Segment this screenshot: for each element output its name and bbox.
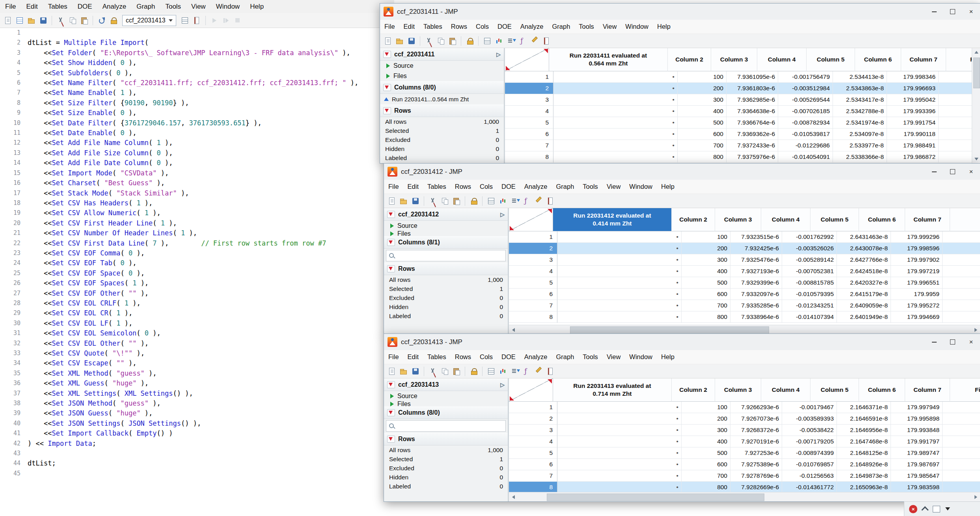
close-button[interactable]: ×	[962, 164, 980, 180]
data-cell[interactable]: •	[557, 482, 682, 493]
data-cell[interactable]: 179.9959	[891, 289, 943, 300]
data-cell[interactable]: 2.6415179e-8	[837, 289, 891, 300]
data-cell[interactable]: •	[943, 482, 980, 493]
menu-rows[interactable]: Rows	[451, 350, 475, 364]
data-cell[interactable]: •	[553, 140, 678, 151]
data-cell[interactable]: •	[557, 470, 682, 482]
menu-file[interactable]: File	[384, 180, 403, 194]
data-cell[interactable]: •	[553, 117, 678, 129]
red-triangle-icon[interactable]	[387, 436, 395, 443]
menu-tables[interactable]: Tables	[423, 180, 451, 194]
data-cell[interactable]: 600	[682, 459, 730, 470]
row-number-cell[interactable]: 1	[509, 402, 557, 413]
data-cell[interactable]: •	[557, 436, 682, 447]
data-cell[interactable]: 7.9362985e-6	[727, 94, 778, 106]
row-number-cell[interactable]: 6	[505, 129, 553, 140]
data-cell[interactable]: 2.1647468e-8	[837, 436, 891, 447]
data-cell[interactable]: 179.990118	[887, 129, 939, 140]
row-number-cell[interactable]: 2	[509, 243, 557, 254]
run-icon[interactable]	[210, 16, 218, 25]
data-cell[interactable]: 179.998346	[887, 71, 939, 83]
column-header[interactable]: Column 4	[761, 378, 810, 402]
grid-icon[interactable]	[483, 37, 492, 45]
menu-help[interactable]: Help	[657, 180, 679, 194]
paste-icon[interactable]	[448, 37, 457, 45]
menu-analyze[interactable]: Analyze	[520, 350, 552, 364]
data-cell[interactable]: 7.9366764e-6	[727, 117, 778, 129]
data-cell[interactable]: 7.9369362e-6	[727, 129, 778, 140]
save-button[interactable]	[410, 366, 421, 376]
lock-button[interactable]	[468, 366, 479, 376]
data-cell[interactable]: 7.9332097e-6	[730, 289, 782, 300]
grid-icon[interactable]	[181, 16, 189, 25]
menu-graph[interactable]: Graph	[551, 180, 578, 194]
red-triangle-icon[interactable]	[387, 409, 395, 416]
column-header-file[interactable]: Fi	[950, 378, 980, 402]
close-button[interactable]: ×	[962, 334, 980, 350]
column-header[interactable]: Column 3	[711, 48, 757, 71]
paste-icon[interactable]	[452, 367, 461, 376]
cut-button[interactable]	[427, 366, 438, 376]
row-number-cell[interactable]: 5	[509, 277, 557, 289]
editor-menu-tools[interactable]: Tools	[160, 0, 186, 13]
tree-item-source[interactable]: Source	[384, 391, 508, 401]
save-icon[interactable]	[411, 367, 420, 376]
menu-edit[interactable]: Edit	[403, 350, 423, 364]
data-cell[interactable]: 2.5341974e-8	[833, 117, 887, 129]
data-cell[interactable]: 600	[678, 129, 727, 140]
data-cell[interactable]: -0.014361772	[782, 482, 837, 493]
data-cell[interactable]: 179.998596	[891, 243, 943, 254]
data-cell[interactable]: 2.1646371e-8	[837, 402, 891, 413]
table-selector-dropdown[interactable]: ccf_22031413	[122, 15, 176, 26]
data-cell[interactable]: 7.9364638e-6	[727, 106, 778, 117]
lock-button[interactable]	[468, 196, 479, 206]
red-triangle-icon[interactable]	[383, 84, 391, 91]
journal-button[interactable]	[545, 366, 555, 376]
maximize-button[interactable]	[943, 4, 962, 20]
data-cell[interactable]: 7.927253e-6	[730, 447, 782, 459]
open-button[interactable]	[394, 35, 405, 46]
stop-button[interactable]	[233, 15, 243, 26]
data-cell[interactable]: •	[943, 231, 980, 243]
tree-item-source[interactable]: Source	[380, 61, 504, 71]
row-stat[interactable]: Labeled0	[380, 153, 504, 162]
copy-icon[interactable]	[440, 367, 449, 376]
new-script-button[interactable]	[2, 15, 13, 26]
data-cell[interactable]: -0.005269544	[778, 94, 833, 106]
data-cell[interactable]: 179.997949	[891, 402, 943, 413]
cut-button[interactable]	[55, 15, 66, 26]
grid-icon[interactable]	[487, 367, 496, 376]
lock-icon[interactable]	[470, 197, 478, 205]
data-cell[interactable]: 200	[682, 243, 730, 254]
data-cell[interactable]: 2.534097e-8	[833, 129, 887, 140]
column-header-run[interactable]: Run 22031411 evaluated at0.564 mm Zht	[549, 48, 668, 71]
data-cell[interactable]: •	[943, 459, 980, 470]
open-button[interactable]	[398, 366, 409, 376]
sort-icon[interactable]	[510, 367, 519, 376]
data-cell[interactable]: 2.1646956e-8	[837, 425, 891, 436]
bars-icon[interactable]	[499, 367, 507, 376]
window-restore-icon[interactable]	[933, 506, 940, 512]
menu-file[interactable]: File	[380, 20, 399, 34]
grid-corner[interactable]	[509, 208, 553, 231]
column-header[interactable]: Column 4	[757, 48, 807, 71]
new-table-button[interactable]	[14, 15, 25, 26]
column-header[interactable]: Column 4	[761, 208, 810, 231]
data-cell[interactable]: -0.00538422	[782, 425, 837, 436]
data-cell[interactable]: 179.986872	[887, 151, 939, 163]
copy-icon[interactable]	[440, 197, 449, 205]
editor-menu-file[interactable]: File	[0, 0, 21, 13]
data-cell[interactable]: 7.9372433e-6	[727, 140, 778, 151]
row-number-cell[interactable]: 6	[509, 289, 557, 300]
open-button[interactable]	[398, 196, 409, 206]
row-number-cell[interactable]: 8	[505, 151, 553, 163]
paste-icon[interactable]	[452, 197, 461, 205]
data-cell[interactable]: 179.995272	[891, 300, 943, 311]
menu-dropdown-icon[interactable]	[945, 507, 950, 510]
column-header[interactable]: Column 2	[668, 48, 711, 71]
save-icon[interactable]	[411, 197, 420, 205]
journal-button[interactable]	[192, 15, 202, 26]
pencil-button[interactable]	[533, 366, 544, 376]
red-triangle-icon[interactable]	[387, 211, 395, 218]
row-number-cell[interactable]: 5	[505, 117, 553, 129]
